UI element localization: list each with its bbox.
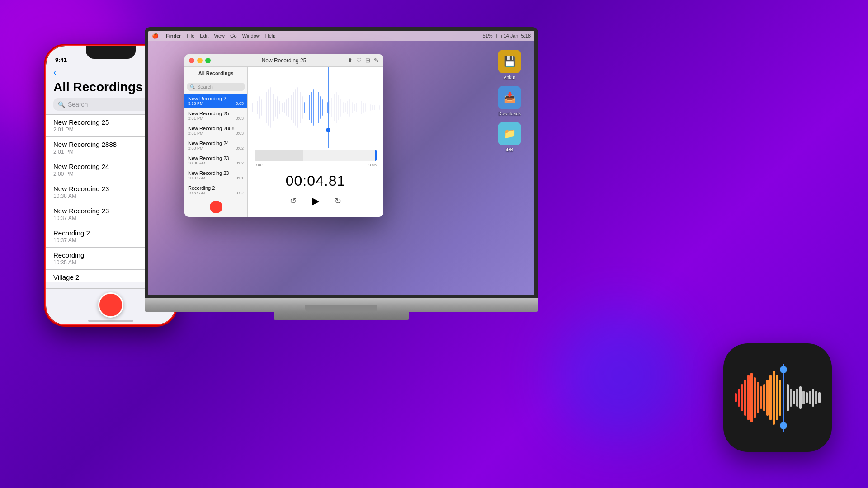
svg-rect-8 bbox=[270, 87, 271, 128]
menu-view[interactable]: View bbox=[214, 33, 225, 38]
svg-rect-86 bbox=[815, 391, 817, 404]
voice-memos-app-icon[interactable] bbox=[723, 343, 832, 452]
vm-list-item[interactable]: Recording 2 10:37 AM0:02 bbox=[184, 183, 247, 197]
svg-rect-87 bbox=[818, 392, 821, 403]
vm-list-item[interactable]: New Recording 2888 2:01 PM0:03 bbox=[184, 123, 247, 138]
svg-rect-73 bbox=[779, 380, 781, 416]
menu-edit[interactable]: Edit bbox=[200, 33, 208, 38]
vm-item-name: New Recording 2 bbox=[188, 96, 244, 101]
menubar-battery: 51% bbox=[483, 33, 493, 38]
svg-rect-3 bbox=[259, 96, 260, 119]
svg-rect-66 bbox=[757, 382, 759, 413]
edit-vm-icon[interactable]: ✎ bbox=[374, 57, 379, 64]
heart-icon[interactable]: ♡ bbox=[356, 57, 362, 64]
svg-rect-81 bbox=[799, 386, 802, 409]
svg-rect-33 bbox=[327, 102, 328, 113]
share-icon[interactable]: ⬆ bbox=[348, 57, 353, 64]
vm-list-item[interactable]: New Recording 24 2:00 PM0:02 bbox=[184, 138, 247, 153]
vm-rewind-button[interactable]: ↺ bbox=[290, 196, 297, 206]
svg-rect-37 bbox=[336, 92, 337, 123]
item-name: Recording 2 bbox=[53, 229, 90, 237]
svg-rect-24 bbox=[307, 99, 307, 117]
svg-rect-39 bbox=[340, 99, 341, 117]
svg-rect-23 bbox=[304, 102, 305, 113]
svg-rect-43 bbox=[349, 99, 350, 117]
menu-go[interactable]: Go bbox=[230, 33, 237, 38]
back-button[interactable]: ‹ bbox=[53, 67, 57, 77]
record-button[interactable] bbox=[98, 292, 123, 318]
svg-rect-84 bbox=[809, 391, 811, 404]
vm-sidebar: All Recordings 🔍 Search New Recording 2 … bbox=[184, 67, 248, 217]
item-meta: 10:35 AM bbox=[53, 259, 84, 266]
apple-menu[interactable]: 🍎 bbox=[152, 33, 159, 39]
svg-rect-20 bbox=[297, 87, 298, 128]
window-minimize-button[interactable] bbox=[197, 58, 203, 63]
vm-playback-controls: ↺ ▶ ↻ bbox=[290, 193, 341, 209]
svg-rect-1 bbox=[255, 99, 255, 117]
item-info: Village 2 26-Nov-2021 bbox=[53, 273, 85, 282]
vm-item-name: New Recording 25 bbox=[188, 111, 244, 116]
item-meta: 10:38 AM bbox=[53, 193, 109, 199]
macbook-desktop: 💾 Ankur 📥 Downloads 📁 iDB bbox=[148, 41, 534, 295]
vm-list-item[interactable]: New Recording 25 2:01 PM0:03 bbox=[184, 108, 247, 123]
svg-rect-16 bbox=[288, 98, 289, 117]
svg-rect-22 bbox=[302, 96, 303, 119]
menu-window[interactable]: Window bbox=[242, 33, 260, 38]
window-maximize-button[interactable] bbox=[205, 58, 211, 63]
item-info: New Recording 2888 2:01 PM bbox=[53, 141, 117, 155]
vm-item-name: New Recording 2888 bbox=[188, 126, 244, 131]
vm-play-button[interactable]: ▶ bbox=[307, 193, 324, 209]
vm-list-item[interactable]: New Recording 2 5:18 PM0:05 bbox=[184, 94, 247, 108]
svg-rect-68 bbox=[763, 384, 765, 411]
svg-rect-60 bbox=[738, 389, 740, 407]
desktop-icon-downloads[interactable]: 📥 Downloads bbox=[494, 86, 525, 116]
app-icon-background bbox=[723, 343, 832, 452]
vm-titlebar: New Recording 25 ⬆ ♡ ⊟ ✎ bbox=[184, 54, 383, 67]
svg-rect-15 bbox=[286, 99, 287, 116]
vm-item-name: New Recording 23 bbox=[188, 155, 244, 161]
vm-list-item[interactable]: New Recording 23 10:37 AM0:01 bbox=[184, 168, 247, 183]
item-info: New Recording 23 10:38 AM bbox=[53, 185, 109, 199]
desktop-icon-ankur[interactable]: 💾 Ankur bbox=[494, 50, 525, 80]
item-name: Village 2 bbox=[53, 273, 85, 281]
vm-playback-area: 0:00 0:05 00:04.81 ↺ ▶ ↻ bbox=[248, 67, 383, 217]
item-name: Recording bbox=[53, 251, 84, 259]
vm-window-title: New Recording 25 bbox=[262, 57, 307, 64]
vm-item-meta: 2:01 PM0:03 bbox=[188, 116, 244, 121]
item-info: New Recording 24 2:00 PM bbox=[53, 163, 109, 177]
svg-rect-65 bbox=[754, 377, 756, 418]
item-meta: 10:37 AM bbox=[53, 215, 109, 221]
folder-icon[interactable]: ⊟ bbox=[365, 57, 370, 64]
item-name: New Recording 23 bbox=[53, 207, 109, 215]
svg-rect-69 bbox=[766, 380, 769, 416]
idb-label: iDB bbox=[506, 147, 513, 152]
menu-help[interactable]: Help bbox=[265, 33, 276, 38]
svg-rect-34 bbox=[329, 101, 330, 114]
vm-timeline-scrubber[interactable] bbox=[255, 150, 377, 161]
menu-file[interactable]: File bbox=[187, 33, 195, 38]
svg-rect-25 bbox=[309, 95, 310, 120]
vm-time-start: 0:00 bbox=[255, 163, 263, 167]
svg-rect-61 bbox=[741, 384, 743, 411]
svg-rect-28 bbox=[316, 87, 316, 128]
desktop-icon-idb[interactable]: 📁 iDB bbox=[494, 122, 525, 152]
window-close-button[interactable] bbox=[189, 58, 194, 63]
vm-search-placeholder: Search bbox=[197, 84, 213, 89]
vm-forward-button[interactable]: ↻ bbox=[335, 196, 341, 206]
svg-rect-83 bbox=[806, 392, 808, 403]
svg-rect-26 bbox=[311, 92, 312, 123]
vm-item-name: Recording 2 bbox=[188, 185, 244, 191]
vm-content: All Recordings 🔍 Search New Recording 2 … bbox=[184, 67, 383, 217]
svg-rect-5 bbox=[264, 94, 264, 121]
vm-item-meta: 10:37 AM0:02 bbox=[188, 191, 244, 195]
vm-record-button[interactable] bbox=[210, 201, 222, 213]
vm-time-labels: 0:00 0:05 bbox=[255, 163, 377, 167]
vm-search-bar[interactable]: 🔍 Search bbox=[187, 83, 245, 91]
menu-finder[interactable]: Finder bbox=[166, 33, 181, 38]
vm-item-meta: 10:38 AM0:02 bbox=[188, 161, 244, 165]
svg-rect-63 bbox=[747, 375, 750, 420]
svg-rect-4 bbox=[261, 99, 262, 116]
macbook-screen: 🍎 Finder File Edit View Go Window Help 5… bbox=[145, 27, 538, 298]
svg-point-75 bbox=[780, 366, 787, 373]
vm-list-item[interactable]: New Recording 23 10:38 AM0:02 bbox=[184, 153, 247, 168]
